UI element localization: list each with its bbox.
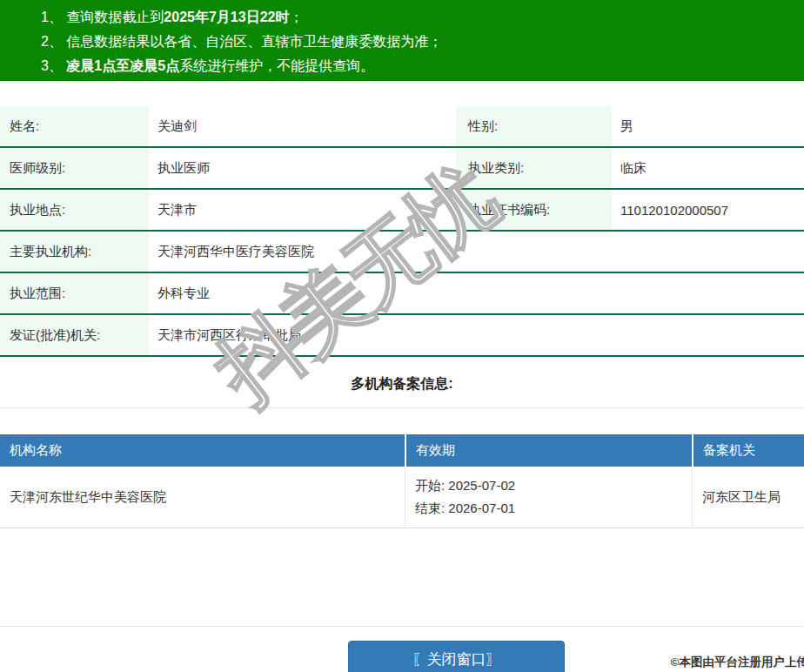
issuing-authority-label: 发证(批准)机关: <box>0 315 149 355</box>
gender-label: 性别: <box>456 106 612 146</box>
doctor-info-table: 姓名: 关迪剑 性别: 男 医师级别: 执业医师 执业类别: 临床 执业地点: … <box>0 106 804 357</box>
org-name-cell: 天津河东世纪华中美容医院 <box>0 467 405 528</box>
col-header-filing-authority: 备案机关 <box>692 434 804 467</box>
issuing-authority-value: 天津市河西区行政审批局 <box>149 315 804 355</box>
practice-category-label: 执业类别: <box>456 148 612 188</box>
doctor-level-label: 医师级别: <box>0 148 149 188</box>
validity-cell: 开始: 2025-07-02 结束: 2026-07-01 <box>405 467 692 528</box>
filing-records-table: 机构名称 有效期 备案机关 天津河东世纪华中美容医院 开始: 2025-07-0… <box>0 434 804 528</box>
doctor-license-query-result-page: 1、 查询数据截止到2025年7月13日22时； 2、 信息数据结果以各省、自治… <box>0 0 804 672</box>
notice-3-bold: 凌晨1点至凌晨5点 <box>66 58 179 73</box>
validity-start: 开始: 2025-07-02 <box>415 478 692 494</box>
notice-3-prefix: 3、 <box>41 58 66 73</box>
filing-authority-cell: 河东区卫生局 <box>692 467 804 528</box>
notice-1-suffix: ； <box>289 10 303 24</box>
gender-value: 男 <box>612 106 804 146</box>
notice-banner: 1、 查询数据截止到2025年7月13日22时； 2、 信息数据结果以各省、自治… <box>0 0 804 81</box>
practice-location-value: 天津市 <box>149 190 456 230</box>
table-row: 姓名: 关迪剑 性别: 男 <box>0 106 804 148</box>
notice-1-prefix: 1、 查询数据截止到 <box>41 10 164 24</box>
certificate-no-label: 执业证书编码: <box>456 190 612 230</box>
table-row: 医师级别: 执业医师 执业类别: 临床 <box>0 148 804 190</box>
notice-line-3: 3、 凌晨1点至凌晨5点系统进行维护，不能提供查询。 <box>41 54 804 78</box>
upload-credit: ©本图由平台注册用户上传 <box>671 655 804 670</box>
practice-location-label: 执业地点: <box>0 190 149 230</box>
main-org-value: 天津河西华中医疗美容医院 <box>149 232 804 272</box>
notice-2-prefix: 2、 信息数据结果以各省、自治区、直辖市卫生健康委数据为准； <box>41 34 442 49</box>
footer-divider <box>0 626 804 627</box>
filing-table-header: 机构名称 有效期 备案机关 <box>0 434 804 467</box>
notice-line-1: 1、 查询数据截止到2025年7月13日22时； <box>41 5 804 30</box>
notice-line-2: 2、 信息数据结果以各省、自治区、直辖市卫生健康委数据为准； <box>41 30 804 54</box>
name-value: 关迪剑 <box>149 106 456 146</box>
filing-record-row: 天津河东世纪华中美容医院 开始: 2025-07-02 结束: 2026-07-… <box>0 467 804 528</box>
practice-category-value: 临床 <box>612 148 804 188</box>
notice-3-suffix: 系统进行维护，不能提供查询。 <box>179 58 374 73</box>
col-header-org-name: 机构名称 <box>0 434 405 467</box>
col-header-validity: 有效期 <box>405 434 692 467</box>
validity-end: 结束: 2026-07-01 <box>415 501 692 517</box>
practice-scope-label: 执业范围: <box>0 273 149 313</box>
name-label: 姓名: <box>0 106 149 146</box>
table-row: 执业地点: 天津市 执业证书编码: 110120102000507 <box>0 190 804 232</box>
table-row: 发证(批准)机关: 天津市河西区行政审批局 <box>0 315 804 357</box>
multi-org-filing-title: 多机构备案信息: <box>0 357 804 408</box>
practice-scope-value: 外科专业 <box>149 273 804 313</box>
notice-1-bold: 2025年7月13日22时 <box>164 10 289 24</box>
certificate-no-value: 110120102000507 <box>612 190 804 230</box>
doctor-level-value: 执业医师 <box>149 148 456 188</box>
close-window-button[interactable]: 〖关闭窗口〗 <box>348 641 565 672</box>
table-row: 执业范围: 外科专业 <box>0 273 804 315</box>
main-org-label: 主要执业机构: <box>0 232 149 272</box>
table-row: 主要执业机构: 天津河西华中医疗美容医院 <box>0 232 804 273</box>
